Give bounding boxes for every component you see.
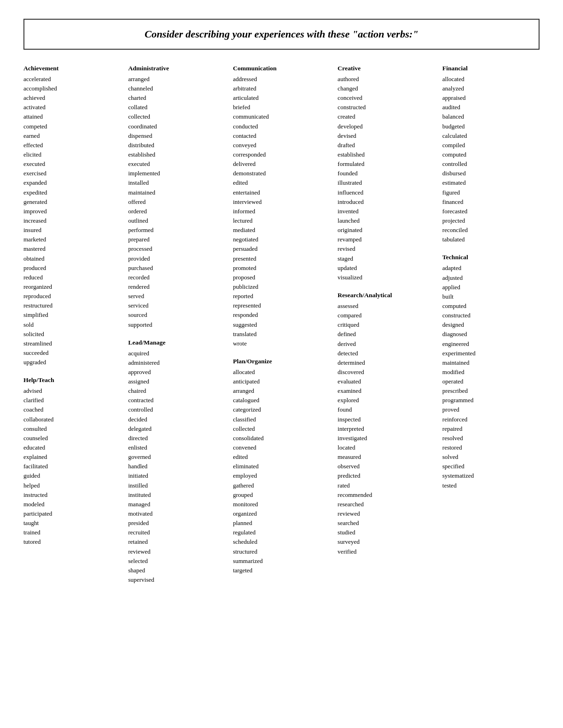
- word-item: prepared: [128, 235, 225, 244]
- word-item: contracted: [128, 396, 225, 405]
- word-item: entertained: [233, 188, 330, 197]
- word-item: arbitrated: [233, 84, 330, 93]
- word-item: examined: [338, 386, 435, 396]
- word-item: attained: [23, 112, 121, 121]
- word-item: consulted: [23, 424, 121, 434]
- word-item: interpreted: [338, 424, 435, 434]
- word-item: arranged: [128, 75, 225, 84]
- word-item: conceived: [338, 93, 435, 103]
- word-item: established: [128, 150, 225, 159]
- word-item: compiled: [442, 141, 540, 150]
- word-item: organized: [233, 509, 330, 518]
- word-item: derived: [338, 339, 435, 349]
- word-item: summarized: [233, 556, 330, 566]
- word-item: instructed: [23, 490, 121, 500]
- word-item: audited: [442, 103, 540, 112]
- word-item: facilitated: [23, 462, 121, 471]
- word-item: corresponded: [233, 150, 330, 159]
- word-item: edited: [233, 178, 330, 188]
- word-item: tutored: [23, 537, 121, 547]
- word-item: motivated: [128, 509, 225, 518]
- word-item: drafted: [338, 141, 435, 150]
- word-item: updated: [338, 263, 435, 273]
- word-item: appraised: [442, 93, 540, 103]
- word-item: initiated: [128, 471, 225, 480]
- columns-container: Achievementacceleratedaccomplishedachiev…: [23, 64, 540, 585]
- word-item: administered: [128, 358, 225, 368]
- word-item: presided: [128, 518, 225, 528]
- word-item: experimented: [442, 349, 540, 358]
- word-item: programmed: [442, 396, 540, 405]
- word-item: solved: [442, 452, 540, 462]
- word-item: originated: [338, 225, 435, 235]
- word-item: recruited: [128, 528, 225, 537]
- word-item: determined: [338, 358, 435, 368]
- word-item: defined: [338, 330, 435, 339]
- word-item: streamlined: [23, 339, 121, 348]
- word-item: anticipated: [233, 377, 330, 386]
- word-item: diagnosed: [442, 330, 540, 339]
- word-item: financed: [442, 197, 540, 207]
- word-item: taught: [23, 518, 121, 528]
- word-item: authored: [338, 75, 435, 84]
- word-item: forecasted: [442, 207, 540, 216]
- word-item: coordinated: [128, 122, 225, 131]
- word-item: allocated: [233, 368, 330, 377]
- word-item: offered: [128, 197, 225, 207]
- word-item: addressed: [233, 75, 330, 84]
- word-item: instituted: [128, 490, 225, 500]
- word-item: channeled: [128, 84, 225, 93]
- word-item: interviewed: [233, 197, 330, 207]
- word-item: controlled: [442, 159, 540, 169]
- word-item: figured: [442, 188, 540, 197]
- word-item: illustrated: [338, 178, 435, 188]
- word-item: communicated: [233, 112, 330, 121]
- word-item: mediated: [233, 225, 330, 235]
- word-item: constructed: [442, 311, 540, 320]
- word-item: studied: [338, 528, 435, 537]
- word-item: visualized: [338, 273, 435, 282]
- word-item: outlined: [128, 216, 225, 225]
- word-item: upgraded: [23, 358, 121, 367]
- word-item: changed: [338, 84, 435, 93]
- word-item: guided: [23, 471, 121, 480]
- word-item: represented: [233, 301, 330, 310]
- word-item: discovered: [338, 368, 435, 377]
- word-item: trained: [23, 528, 121, 537]
- word-item: grouped: [233, 490, 330, 500]
- word-item: activated: [23, 103, 121, 112]
- word-item: executed: [128, 159, 225, 169]
- word-item: maintained: [442, 358, 540, 368]
- word-item: reported: [233, 292, 330, 301]
- word-item: assessed: [338, 301, 435, 311]
- word-item: collected: [128, 112, 225, 121]
- word-item: shaped: [128, 566, 225, 575]
- word-item: resolved: [442, 434, 540, 443]
- word-item: charted: [128, 93, 225, 103]
- word-item: expedited: [23, 188, 121, 197]
- word-item: restored: [442, 443, 540, 452]
- word-item: participated: [23, 509, 121, 518]
- word-item: allocated: [442, 75, 540, 84]
- word-item: recommended: [338, 490, 435, 500]
- word-item: founded: [338, 169, 435, 178]
- word-item: managed: [128, 500, 225, 509]
- word-item: tested: [442, 481, 540, 490]
- word-item: structured: [233, 547, 330, 556]
- word-item: succeeded: [23, 348, 121, 358]
- word-item: located: [338, 443, 435, 452]
- word-item: delegated: [128, 424, 225, 434]
- word-item: rated: [338, 481, 435, 490]
- word-item: revamped: [338, 235, 435, 244]
- word-item: categorized: [233, 405, 330, 414]
- word-item: explored: [338, 396, 435, 405]
- word-item: educated: [23, 443, 121, 452]
- word-item: provided: [128, 254, 225, 263]
- column-4: Financialallocatedanalyzedappraisedaudit…: [439, 64, 540, 585]
- word-item: reduced: [23, 273, 121, 282]
- word-item: reorganized: [23, 282, 121, 292]
- word-item: competed: [23, 122, 121, 131]
- word-item: created: [338, 112, 435, 121]
- word-item: balanced: [442, 112, 540, 121]
- word-item: explained: [23, 452, 121, 462]
